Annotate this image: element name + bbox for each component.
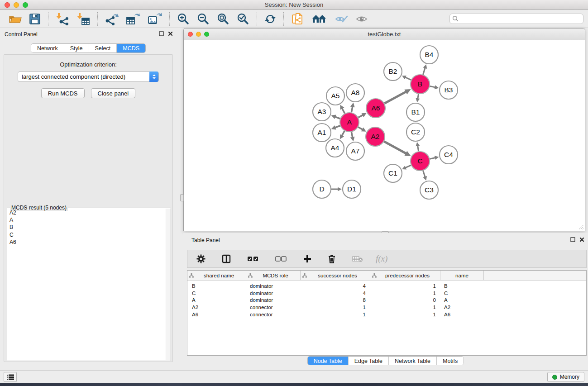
- column-header-predecessor-nodes[interactable]: predecessor nodes: [370, 271, 440, 280]
- open-session-button[interactable]: [6, 12, 24, 26]
- delete-table-button[interactable]: [350, 254, 365, 263]
- graph-node-C1[interactable]: C1: [384, 164, 402, 182]
- mcds-result-scrollbar[interactable]: [166, 209, 171, 360]
- float-panel-icon[interactable]: [159, 31, 164, 36]
- graph-node-B3[interactable]: B3: [440, 81, 458, 99]
- table-row[interactable]: Cdominator41C: [187, 290, 586, 297]
- memory-button[interactable]: Memory: [547, 372, 584, 382]
- zoom-fit-button[interactable]: [215, 12, 232, 26]
- graph-node-B[interactable]: B: [411, 75, 430, 94]
- graph-edge-B-B2[interactable]: [405, 77, 411, 80]
- tab-edge-table[interactable]: Edge Table: [349, 357, 389, 365]
- function-builder-button[interactable]: f(x): [376, 254, 387, 264]
- graph-edge-C-C1[interactable]: [405, 165, 411, 168]
- deselect-all-button[interactable]: [273, 255, 289, 263]
- graph-edge-C-C3[interactable]: [423, 171, 425, 177]
- graph-node-A5[interactable]: A5: [326, 87, 344, 105]
- table-row[interactable]: A6connector11A6: [187, 311, 586, 318]
- close-panel-icon[interactable]: [168, 31, 173, 36]
- graph-edge-A-A4[interactable]: [342, 131, 345, 136]
- table-row[interactable]: A2connector11A2: [187, 304, 586, 311]
- tab-select[interactable]: Select: [89, 44, 117, 52]
- table-row[interactable]: Bdominator41B: [187, 282, 586, 290]
- graph-node-A8[interactable]: A8: [346, 84, 364, 102]
- network-canvas[interactable]: AA1A2A3A4A5A6A7A8BB1B2B3B4CC1C2C3C4DD1: [184, 40, 585, 231]
- show-view-button[interactable]: [353, 13, 370, 25]
- graph-node-D[interactable]: D: [313, 180, 331, 198]
- tab-node-table[interactable]: Node Table: [308, 357, 349, 365]
- graph-node-C2[interactable]: C2: [406, 123, 425, 141]
- graph-node-A[interactable]: A: [340, 113, 359, 132]
- graph-node-A1[interactable]: A1: [313, 124, 331, 142]
- tab-network-table[interactable]: Network Table: [389, 357, 437, 365]
- refresh-button[interactable]: [262, 12, 278, 26]
- table-row[interactable]: Adominator80A: [187, 297, 586, 304]
- task-history-button[interactable]: [4, 372, 17, 382]
- graph-node-A7[interactable]: A7: [346, 142, 364, 160]
- close-window-button[interactable]: [5, 2, 10, 8]
- save-session-button[interactable]: [27, 12, 43, 26]
- mcds-result-item[interactable]: A: [8, 216, 165, 224]
- graph-node-A6[interactable]: A6: [366, 99, 385, 118]
- import-network-button[interactable]: [53, 12, 72, 26]
- graph-node-C4[interactable]: C4: [440, 146, 458, 164]
- zoom-window-button[interactable]: [23, 2, 28, 8]
- graph-node-D1[interactable]: D1: [343, 180, 361, 198]
- graph-node-C3[interactable]: C3: [420, 181, 438, 199]
- float-panel-icon[interactable]: [570, 237, 575, 242]
- column-header-successor-nodes[interactable]: successor nodes: [301, 271, 370, 280]
- graph-node-A2[interactable]: A2: [366, 127, 385, 146]
- zoom-selected-button[interactable]: [234, 12, 252, 26]
- graph-node-B1[interactable]: B1: [406, 103, 425, 121]
- tab-motifs[interactable]: Motifs: [437, 357, 464, 365]
- tab-style[interactable]: Style: [64, 44, 89, 52]
- left-splitter-grip[interactable]: [180, 194, 184, 201]
- zoom-in-button[interactable]: [175, 12, 192, 26]
- graph-edge-C-C4[interactable]: [430, 157, 435, 159]
- import-table-button[interactable]: [74, 12, 92, 26]
- mcds-result-item[interactable]: A6: [8, 238, 165, 246]
- home-view-button[interactable]: [309, 12, 330, 26]
- add-column-button[interactable]: [301, 254, 314, 264]
- graph-edge-C-C2[interactable]: [417, 145, 418, 152]
- graph-node-B2[interactable]: B2: [384, 62, 402, 81]
- table-settings-button[interactable]: [194, 253, 208, 264]
- mcds-result-item[interactable]: C: [8, 231, 165, 238]
- delete-column-button[interactable]: [325, 253, 338, 264]
- graph-node-C[interactable]: C: [411, 152, 430, 171]
- graph-edge-A-A8[interactable]: [351, 106, 353, 112]
- graph-edge-A2-C[interactable]: [384, 142, 406, 154]
- graph-edge-A6-B[interactable]: [384, 91, 406, 103]
- graph-edge-A-A5[interactable]: [342, 108, 344, 113]
- tab-mcds[interactable]: MCDS: [117, 44, 145, 52]
- export-network-button[interactable]: [103, 12, 121, 26]
- run-mcds-button[interactable]: Run MCDS: [41, 88, 85, 98]
- graph-node-B4[interactable]: B4: [420, 46, 438, 64]
- column-header-MCDS-role[interactable]: MCDS role: [246, 271, 301, 280]
- zoom-out-button[interactable]: [195, 12, 212, 26]
- export-image-button[interactable]: [145, 12, 164, 26]
- hide-annotations-button[interactable]: [332, 13, 350, 25]
- network-zoom-button[interactable]: [204, 32, 209, 37]
- resize-grip-icon[interactable]: [578, 224, 584, 230]
- clone-network-button[interactable]: [289, 11, 306, 27]
- network-minimize-button[interactable]: [196, 32, 201, 37]
- column-header-shared-name[interactable]: shared name: [187, 271, 246, 280]
- tab-network[interactable]: Network: [31, 44, 64, 52]
- graph-node-A4[interactable]: A4: [326, 139, 344, 157]
- network-window-titlebar[interactable]: testGlobe.txt: [184, 29, 585, 40]
- close-panel-button[interactable]: Close panel: [91, 88, 136, 98]
- select-all-button[interactable]: [245, 255, 261, 263]
- search-input[interactable]: [449, 14, 583, 24]
- graph-node-A3[interactable]: A3: [313, 103, 331, 121]
- show-columns-button[interactable]: [220, 253, 233, 264]
- close-panel-icon[interactable]: [579, 237, 584, 242]
- graph-edge-B-B4[interactable]: [423, 67, 425, 75]
- optimization-criterion-select[interactable]: largest connected component (directed): [18, 71, 159, 82]
- mcds-result-item[interactable]: B: [8, 224, 165, 231]
- export-table-button[interactable]: [124, 12, 143, 26]
- column-header-name[interactable]: name: [440, 271, 484, 280]
- minimize-window-button[interactable]: [14, 2, 19, 8]
- network-close-button[interactable]: [188, 32, 193, 37]
- mcds-result-item[interactable]: A2: [8, 209, 165, 216]
